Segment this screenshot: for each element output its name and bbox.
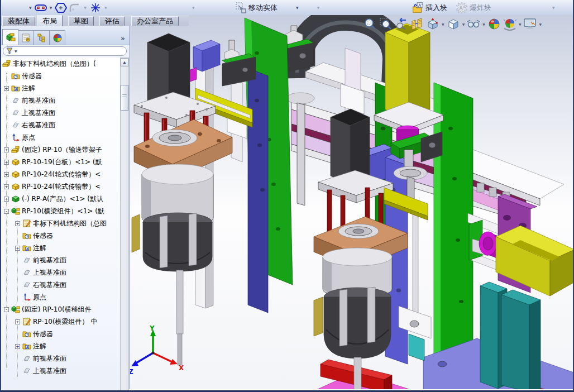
tree-vertical-scrollbar[interactable]: ▲ ▼ <box>120 58 129 392</box>
svg-text:A: A <box>15 88 18 91</box>
dropdown-caret-icon[interactable]: ▼ <box>482 22 485 26</box>
expand-icon[interactable]: + <box>15 344 20 349</box>
plane-icon <box>11 108 20 117</box>
origin-icon <box>22 293 31 302</box>
display-style-icon[interactable] <box>446 17 461 31</box>
move-entities-icon[interactable] <box>235 2 247 14</box>
dropdown-caret-icon: ▼ <box>316 6 321 9</box>
insert-block-icon[interactable]: A° <box>412 2 424 14</box>
tree-item[interactable]: 原点 <box>1 131 121 144</box>
dropdown-caret-icon[interactable]: ▼ <box>49 6 54 9</box>
tree-item[interactable]: 上视基准面 <box>1 266 121 279</box>
tree-item[interactable]: +A注解 <box>1 82 121 94</box>
expand-icon[interactable]: + <box>4 184 9 189</box>
sensors-icon <box>22 329 31 338</box>
feature-manager-tab[interactable] <box>2 29 18 45</box>
tree-item[interactable]: +RP-10-24(轮式传输带）< <box>1 168 121 180</box>
zoom-area-icon[interactable] <box>379 17 393 31</box>
dropdown-caret-icon[interactable]: ▼ <box>442 22 444 26</box>
tree-item[interactable]: +非标下料机结构图（总图 <box>1 217 121 230</box>
expand-icon[interactable]: + <box>4 160 9 165</box>
annotations-icon: A <box>11 84 20 93</box>
tree-item-label: (固定) RP-10（输送带架子 <box>22 144 102 156</box>
tab-layout[interactable]: 布局 <box>37 15 63 26</box>
display-manager-tab[interactable] <box>49 30 65 45</box>
tree-item[interactable]: +RP-10(横梁组件） 中 <box>1 315 121 328</box>
scroll-up-button[interactable]: ▲ <box>121 58 128 66</box>
expand-icon[interactable]: + <box>4 172 9 177</box>
part-yellow-horizontal-motor[interactable] <box>496 226 574 296</box>
tree-filter-bar[interactable]: ▼ <box>3 46 127 56</box>
expand-icon[interactable]: + <box>15 221 20 226</box>
tree-item[interactable]: -(固定) RP-10(横移组件 <box>1 303 121 315</box>
tree-item[interactable]: 前视基准面 <box>1 352 121 365</box>
tree-item[interactable]: +A注解 <box>1 340 121 352</box>
tree-item-label: 传感器 <box>33 328 53 340</box>
expand-icon[interactable]: + <box>15 246 20 251</box>
triad-y-label: Y <box>149 324 155 332</box>
tree-item[interactable]: 传感器 <box>1 328 121 340</box>
configuration-manager-tab[interactable] <box>34 30 50 45</box>
insert-block-label[interactable]: 插入块 <box>425 3 447 13</box>
plane-icon <box>11 96 20 105</box>
tab-assembly[interactable]: 装配体 <box>2 16 35 26</box>
tree-item[interactable]: 右视基准面 <box>1 279 121 291</box>
tree-item[interactable]: 上视基准面 <box>1 107 121 119</box>
expand-icon[interactable]: + <box>15 319 20 324</box>
hide-show-items-icon[interactable] <box>466 17 481 31</box>
tree-item[interactable]: +RP-10-24(轮式传输带）< <box>1 180 121 193</box>
apply-scene-icon[interactable] <box>503 17 517 31</box>
tree-item[interactable]: +(-) RP-A(产品）<1> (默认 <box>1 193 121 205</box>
expand-icon[interactable]: + <box>4 147 9 152</box>
plane-icon <box>11 121 20 130</box>
model-canvas[interactable]: Y X Z <box>130 15 574 389</box>
collapse-icon[interactable]: - <box>4 307 9 312</box>
plane-icon <box>22 268 31 277</box>
collapse-icon[interactable]: - <box>4 209 9 214</box>
panel-overflow-chevron[interactable]: » <box>121 34 125 42</box>
edit-appearance-icon[interactable] <box>487 17 501 31</box>
tree-item[interactable]: 右视基准面 <box>1 119 121 131</box>
dropdown-caret-icon: ▼ <box>103 6 108 9</box>
tree-item-label: 右视基准面 <box>22 119 55 131</box>
dropdown-caret-icon[interactable]: ▼ <box>295 6 300 9</box>
scroll-thumb[interactable] <box>121 85 128 111</box>
zoom-fit-icon[interactable] <box>363 17 377 31</box>
tree-item[interactable]: 前视基准面 <box>1 254 121 266</box>
tree-item[interactable]: 前视基准面 <box>1 94 121 107</box>
view-orientation-icon[interactable] <box>425 17 440 31</box>
previous-view-icon[interactable] <box>394 17 409 31</box>
tree-item[interactable]: 原点 <box>1 291 121 303</box>
polygon-icon[interactable] <box>55 2 67 14</box>
plane-icon <box>22 354 31 363</box>
section-view-icon[interactable] <box>410 17 424 31</box>
sketch-pattern-icon[interactable] <box>89 2 102 14</box>
tree-item[interactable]: +RP-10-19(台板）<1> (默 <box>1 156 121 168</box>
tree-item[interactable]: +A注解 <box>1 242 121 254</box>
tree-item[interactable]: +(固定) RP-10（输送带架子 <box>1 144 121 156</box>
view-settings-icon[interactable] <box>523 17 538 31</box>
tree-item[interactable]: 非标下料机结构图（总图）( <box>1 58 121 70</box>
tree-item-label: RP-10(横梁组件） 中 <box>33 315 97 328</box>
tab-office-products[interactable]: 办公室产品 <box>131 16 179 26</box>
tree-item[interactable]: -RP-10(横梁组件）<1> (默 <box>1 205 121 217</box>
move-entities-label[interactable]: 移动实体 <box>248 3 278 13</box>
filter-caret-icon[interactable]: ▼ <box>15 49 17 53</box>
part-left-blue-rail[interactable] <box>248 68 268 313</box>
slot-icon[interactable] <box>35 2 47 14</box>
svg-text:A: A <box>26 346 29 349</box>
dropdown-caret-icon[interactable]: ▼ <box>462 22 465 26</box>
expand-icon[interactable]: + <box>4 197 9 202</box>
headsup-view-toolbar: ▼ ▼ ▼ ▼ ▼ <box>363 17 542 31</box>
dropdown-caret-icon[interactable]: ▼ <box>539 22 542 26</box>
tree-item[interactable]: 传感器 <box>1 70 121 82</box>
dropdown-caret-icon[interactable]: ▼ <box>28 6 33 9</box>
property-manager-tab[interactable] <box>18 30 34 45</box>
tab-evaluate[interactable]: 评估 <box>99 16 125 26</box>
tree-item[interactable]: 传感器 <box>1 230 121 242</box>
tab-sketch[interactable]: 草图 <box>68 16 94 26</box>
tree-item[interactable]: 上视基准面 <box>1 365 121 377</box>
model-viewport[interactable]: Y X Z <box>130 15 574 389</box>
dropdown-caret-icon[interactable]: ▼ <box>519 22 522 26</box>
expand-icon[interactable]: + <box>4 86 9 91</box>
